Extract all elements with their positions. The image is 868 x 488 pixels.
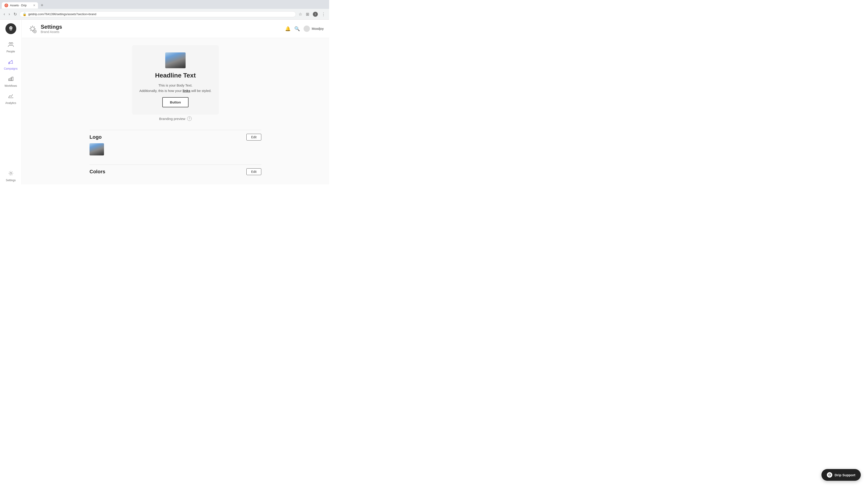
forward-button[interactable]: › xyxy=(8,11,11,18)
branding-help-icon[interactable]: ? xyxy=(187,116,192,121)
preview-headline: Headline Text xyxy=(155,72,196,79)
nav-bar: ‹ › ↻ 🔒 getdrip.com/7641396/settings/ass… xyxy=(0,9,329,20)
sidebar-item-campaigns[interactable]: Campaigns xyxy=(2,57,20,72)
sidebar: People Campaigns Workflow xyxy=(0,20,22,184)
colors-section-title: Colors xyxy=(90,169,105,175)
notification-button[interactable]: 🔔 xyxy=(285,26,291,31)
header-actions: 🔔 🔍 Moodjoy xyxy=(285,26,324,32)
people-icon xyxy=(8,41,14,49)
tab-favicon xyxy=(4,4,8,7)
header-title-group: Settings Brand Assets xyxy=(41,24,285,34)
sidebar-item-workflows[interactable]: Workflows xyxy=(2,74,20,89)
nav-actions: ☆ ⊞ I ⋮ xyxy=(298,11,327,18)
logo-section: Logo Edit xyxy=(90,130,261,156)
new-tab-button[interactable]: + xyxy=(39,2,45,9)
page-subtitle: Brand Assets xyxy=(41,30,285,34)
workflows-label: Workflows xyxy=(4,84,17,88)
tab-bar: Assets · Drip × + xyxy=(0,0,329,9)
preview-body-link[interactable]: links xyxy=(183,89,190,93)
page-content: Headline Text This is your Body Text. Ad… xyxy=(22,38,329,184)
profile-avatar: I xyxy=(313,12,318,17)
branding-label-container: Branding preview ? xyxy=(159,116,192,121)
tab-close-button[interactable]: × xyxy=(33,4,35,7)
settings-header-icon xyxy=(27,23,38,34)
svg-point-6 xyxy=(8,63,9,64)
branding-label-text: Branding preview xyxy=(159,117,185,121)
page-header: Settings Brand Assets 🔔 🔍 Moodjoy xyxy=(22,20,329,38)
svg-point-4 xyxy=(9,42,11,44)
address-bar[interactable]: 🔒 getdrip.com/7641396/settings/assets?se… xyxy=(20,11,296,17)
refresh-button[interactable]: ↻ xyxy=(13,11,18,18)
tab-title: Assets · Drip xyxy=(10,4,31,7)
branding-preview-card: Headline Text This is your Body Text. Ad… xyxy=(132,45,219,115)
colors-edit-button[interactable]: Edit xyxy=(246,168,261,175)
preview-logo xyxy=(165,53,186,68)
campaigns-icon xyxy=(8,59,14,66)
logo-thumbnail xyxy=(90,143,104,156)
sidebar-item-analytics[interactable]: Analytics xyxy=(2,91,20,106)
url-text: getdrip.com/7641396/settings/assets?sect… xyxy=(28,12,293,16)
workflows-icon xyxy=(8,76,14,84)
username: Moodjoy xyxy=(312,27,324,31)
lock-icon: 🔒 xyxy=(23,12,26,16)
active-tab[interactable]: Assets · Drip × xyxy=(2,2,38,8)
browser-chrome: Assets · Drip × + ‹ › ↻ 🔒 getdrip.com/76… xyxy=(0,0,329,20)
svg-point-2 xyxy=(10,27,11,28)
svg-point-11 xyxy=(10,172,12,174)
preview-button[interactable]: Button xyxy=(162,97,188,107)
svg-point-12 xyxy=(31,27,34,31)
preview-body-text: This is your Body Text. xyxy=(158,84,193,87)
app-layout: People Campaigns Workflow xyxy=(0,20,329,184)
svg-rect-10 xyxy=(8,98,13,98)
colors-section: Colors Edit xyxy=(90,164,261,175)
profile-button[interactable]: I xyxy=(312,11,319,18)
analytics-icon xyxy=(8,93,14,101)
page-title: Settings xyxy=(41,24,285,30)
logo-edit-button[interactable]: Edit xyxy=(246,134,261,140)
settings-icon xyxy=(8,170,14,178)
user-avatar xyxy=(304,26,310,32)
colors-divider xyxy=(90,164,261,165)
campaigns-label: Campaigns xyxy=(4,67,18,70)
extensions-button[interactable]: ⊞ xyxy=(305,11,310,18)
back-button[interactable]: ‹ xyxy=(3,11,6,18)
more-button[interactable]: ⋮ xyxy=(320,11,327,18)
svg-point-5 xyxy=(11,42,13,44)
preview-body-link-suffix: will be styled. xyxy=(190,89,211,93)
main-content: Settings Brand Assets 🔔 🔍 Moodjoy Headli… xyxy=(22,20,329,184)
logo-section-title: Logo xyxy=(90,134,102,140)
sidebar-item-people[interactable]: People xyxy=(2,39,20,55)
colors-section-header: Colors Edit xyxy=(90,168,261,175)
preview-body-link-prefix: Additionally, this is how your xyxy=(139,89,182,93)
analytics-label: Analytics xyxy=(5,101,16,105)
bookmark-button[interactable]: ☆ xyxy=(298,11,303,18)
preview-body: This is your Body Text. Additionally, th… xyxy=(139,83,211,94)
svg-rect-8 xyxy=(10,78,11,80)
svg-point-3 xyxy=(11,27,12,28)
people-label: People xyxy=(6,50,15,53)
search-button[interactable]: 🔍 xyxy=(294,26,300,31)
svg-rect-9 xyxy=(12,77,13,80)
sidebar-item-settings[interactable]: Settings xyxy=(2,168,20,184)
user-menu[interactable]: Moodjoy xyxy=(304,26,324,32)
sidebar-logo[interactable] xyxy=(5,23,16,34)
svg-point-13 xyxy=(33,30,36,33)
svg-rect-7 xyxy=(8,79,10,80)
settings-label: Settings xyxy=(6,179,16,182)
logo-section-header: Logo Edit xyxy=(90,134,261,140)
